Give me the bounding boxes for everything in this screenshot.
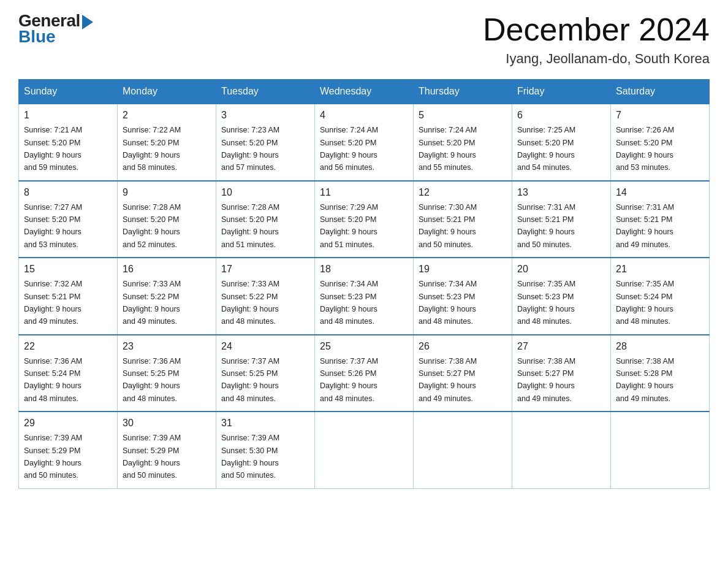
day-info: Sunrise: 7:26 AMSunset: 5:20 PMDaylight:… [616, 126, 674, 172]
calendar-cell: 7 Sunrise: 7:26 AMSunset: 5:20 PMDayligh… [611, 104, 710, 181]
day-info: Sunrise: 7:24 AMSunset: 5:20 PMDaylight:… [320, 126, 378, 172]
calendar-cell: 12 Sunrise: 7:30 AMSunset: 5:21 PMDaylig… [414, 181, 512, 258]
calendar-cell: 18 Sunrise: 7:34 AMSunset: 5:23 PMDaylig… [315, 258, 414, 335]
day-info: Sunrise: 7:38 AMSunset: 5:28 PMDaylight:… [616, 357, 674, 403]
day-info: Sunrise: 7:25 AMSunset: 5:20 PMDaylight:… [517, 126, 575, 172]
calendar-week-row: 8 Sunrise: 7:27 AMSunset: 5:20 PMDayligh… [19, 181, 710, 258]
day-info: Sunrise: 7:34 AMSunset: 5:23 PMDaylight:… [419, 280, 477, 326]
calendar-cell: 16 Sunrise: 7:33 AMSunset: 5:22 PMDaylig… [118, 258, 216, 335]
weekday-header: Wednesday [315, 80, 414, 104]
day-number: 17 [221, 262, 309, 277]
calendar-cell: 6 Sunrise: 7:25 AMSunset: 5:20 PMDayligh… [512, 104, 611, 181]
day-info: Sunrise: 7:29 AMSunset: 5:20 PMDaylight:… [320, 203, 378, 249]
day-number: 23 [123, 339, 211, 354]
day-info: Sunrise: 7:31 AMSunset: 5:21 PMDaylight:… [616, 203, 674, 249]
weekday-header-row: SundayMondayTuesdayWednesdayThursdayFrid… [19, 80, 710, 104]
calendar-cell: 14 Sunrise: 7:31 AMSunset: 5:21 PMDaylig… [611, 181, 710, 258]
calendar-cell: 3 Sunrise: 7:23 AMSunset: 5:20 PMDayligh… [216, 104, 315, 181]
day-number: 22 [24, 339, 112, 354]
calendar-cell: 22 Sunrise: 7:36 AMSunset: 5:24 PMDaylig… [19, 335, 118, 412]
calendar-cell [414, 412, 512, 488]
day-info: Sunrise: 7:35 AMSunset: 5:24 PMDaylight:… [616, 280, 674, 326]
day-info: Sunrise: 7:27 AMSunset: 5:20 PMDaylight:… [24, 203, 82, 249]
day-number: 7 [616, 108, 704, 123]
day-info: Sunrise: 7:37 AMSunset: 5:26 PMDaylight:… [320, 357, 378, 403]
calendar-week-row: 1 Sunrise: 7:21 AMSunset: 5:20 PMDayligh… [19, 104, 710, 181]
calendar-cell: 20 Sunrise: 7:35 AMSunset: 5:23 PMDaylig… [512, 258, 611, 335]
calendar-cell: 4 Sunrise: 7:24 AMSunset: 5:20 PMDayligh… [315, 104, 414, 181]
day-info: Sunrise: 7:24 AMSunset: 5:20 PMDaylight:… [419, 126, 477, 172]
calendar-week-row: 22 Sunrise: 7:36 AMSunset: 5:24 PMDaylig… [19, 335, 710, 412]
weekday-header: Sunday [19, 80, 118, 104]
day-number: 8 [24, 185, 112, 200]
day-number: 25 [320, 339, 408, 354]
day-number: 19 [419, 262, 507, 277]
day-number: 5 [419, 108, 507, 123]
calendar-cell: 30 Sunrise: 7:39 AMSunset: 5:29 PMDaylig… [118, 412, 216, 488]
weekday-header: Monday [118, 80, 216, 104]
logo-arrow-icon [82, 15, 93, 29]
day-info: Sunrise: 7:38 AMSunset: 5:27 PMDaylight:… [517, 357, 575, 403]
day-number: 21 [616, 262, 704, 277]
calendar-cell: 2 Sunrise: 7:22 AMSunset: 5:20 PMDayligh… [118, 104, 216, 181]
calendar-cell: 26 Sunrise: 7:38 AMSunset: 5:27 PMDaylig… [414, 335, 512, 412]
calendar-cell: 1 Sunrise: 7:21 AMSunset: 5:20 PMDayligh… [19, 104, 118, 181]
day-number: 26 [419, 339, 507, 354]
calendar-cell: 31 Sunrise: 7:39 AMSunset: 5:30 PMDaylig… [216, 412, 315, 488]
calendar-cell: 27 Sunrise: 7:38 AMSunset: 5:27 PMDaylig… [512, 335, 611, 412]
day-info: Sunrise: 7:35 AMSunset: 5:23 PMDaylight:… [517, 280, 575, 326]
title-area: December 2024 Iyang, Jeollanam-do, South… [483, 12, 710, 67]
day-info: Sunrise: 7:33 AMSunset: 5:22 PMDaylight:… [123, 280, 181, 326]
calendar-cell: 5 Sunrise: 7:24 AMSunset: 5:20 PMDayligh… [414, 104, 512, 181]
calendar-cell: 24 Sunrise: 7:37 AMSunset: 5:25 PMDaylig… [216, 335, 315, 412]
day-number: 18 [320, 262, 408, 277]
day-info: Sunrise: 7:28 AMSunset: 5:20 PMDaylight:… [123, 203, 181, 249]
day-info: Sunrise: 7:21 AMSunset: 5:20 PMDaylight:… [24, 126, 82, 172]
calendar-cell: 25 Sunrise: 7:37 AMSunset: 5:26 PMDaylig… [315, 335, 414, 412]
day-number: 10 [221, 185, 309, 200]
day-info: Sunrise: 7:39 AMSunset: 5:29 PMDaylight:… [123, 434, 181, 480]
calendar-subtitle: Iyang, Jeollanam-do, South Korea [483, 51, 710, 67]
calendar-title: December 2024 [483, 12, 710, 47]
calendar-cell: 21 Sunrise: 7:35 AMSunset: 5:24 PMDaylig… [611, 258, 710, 335]
calendar-cell: 8 Sunrise: 7:27 AMSunset: 5:20 PMDayligh… [19, 181, 118, 258]
day-info: Sunrise: 7:38 AMSunset: 5:27 PMDaylight:… [419, 357, 477, 403]
page-header: General Blue December 2024 Iyang, Jeolla… [18, 12, 710, 67]
day-number: 20 [517, 262, 605, 277]
day-number: 4 [320, 108, 408, 123]
day-number: 30 [123, 416, 211, 431]
calendar-cell: 10 Sunrise: 7:28 AMSunset: 5:20 PMDaylig… [216, 181, 315, 258]
weekday-header: Tuesday [216, 80, 315, 104]
day-info: Sunrise: 7:36 AMSunset: 5:25 PMDaylight:… [123, 357, 181, 403]
day-number: 27 [517, 339, 605, 354]
calendar-cell: 11 Sunrise: 7:29 AMSunset: 5:20 PMDaylig… [315, 181, 414, 258]
calendar-cell [512, 412, 611, 488]
logo-blue-text: Blue [18, 28, 93, 45]
day-info: Sunrise: 7:28 AMSunset: 5:20 PMDaylight:… [221, 203, 279, 249]
day-info: Sunrise: 7:39 AMSunset: 5:29 PMDaylight:… [24, 434, 82, 480]
day-info: Sunrise: 7:39 AMSunset: 5:30 PMDaylight:… [221, 434, 279, 480]
day-number: 15 [24, 262, 112, 277]
logo: General Blue [18, 12, 93, 45]
day-number: 2 [123, 108, 211, 123]
day-number: 16 [123, 262, 211, 277]
day-info: Sunrise: 7:22 AMSunset: 5:20 PMDaylight:… [123, 126, 181, 172]
day-number: 31 [221, 416, 309, 431]
calendar-table: SundayMondayTuesdayWednesdayThursdayFrid… [18, 79, 710, 489]
day-number: 28 [616, 339, 704, 354]
day-info: Sunrise: 7:37 AMSunset: 5:25 PMDaylight:… [221, 357, 279, 403]
calendar-cell: 29 Sunrise: 7:39 AMSunset: 5:29 PMDaylig… [19, 412, 118, 488]
day-number: 1 [24, 108, 112, 123]
calendar-cell: 15 Sunrise: 7:32 AMSunset: 5:21 PMDaylig… [19, 258, 118, 335]
day-number: 14 [616, 185, 704, 200]
day-info: Sunrise: 7:23 AMSunset: 5:20 PMDaylight:… [221, 126, 279, 172]
calendar-week-row: 15 Sunrise: 7:32 AMSunset: 5:21 PMDaylig… [19, 258, 710, 335]
day-number: 13 [517, 185, 605, 200]
weekday-header: Friday [512, 80, 611, 104]
day-info: Sunrise: 7:30 AMSunset: 5:21 PMDaylight:… [419, 203, 477, 249]
day-info: Sunrise: 7:36 AMSunset: 5:24 PMDaylight:… [24, 357, 82, 403]
calendar-cell [611, 412, 710, 488]
calendar-cell: 28 Sunrise: 7:38 AMSunset: 5:28 PMDaylig… [611, 335, 710, 412]
day-number: 12 [419, 185, 507, 200]
day-number: 29 [24, 416, 112, 431]
